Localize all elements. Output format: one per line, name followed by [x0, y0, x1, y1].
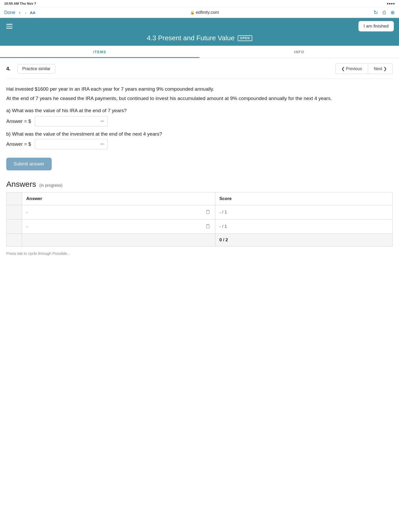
reload-button[interactable]: ↻ — [374, 9, 378, 16]
practice-similar-button[interactable]: Practice similar — [17, 64, 55, 74]
total-blank — [6, 234, 22, 246]
browser-actions: ↻ ⎙ ⊕ — [374, 9, 395, 16]
clipboard-icon-1: 🗒 — [205, 209, 211, 216]
hamburger-menu-button[interactable] — [5, 23, 14, 30]
answers-table: Answer Score - 🗒 - / 1 — [6, 192, 393, 247]
problem-text-2: At the end of 7 years he ceased the IRA … — [6, 95, 393, 102]
answer-a-row: Answer = $ ✏ — [6, 116, 393, 127]
pencil-a-icon: ✏ — [101, 118, 104, 124]
done-button[interactable]: Done — [4, 10, 15, 15]
answers-header: Answers (in progress) — [6, 180, 393, 189]
answer-b-input-wrapper[interactable]: ✏ — [35, 139, 108, 149]
status-time: 10:55 AM Thu Nov 7 — [4, 2, 36, 5]
tab-info[interactable]: INFO — [200, 46, 399, 58]
col-header-answer: Answer — [22, 192, 215, 205]
app-header: I am finished 4.3 Present and Future Val… — [0, 18, 399, 46]
bookmark-button[interactable]: ⊕ — [390, 9, 395, 16]
url-bar: 🔒 edfinity.com — [39, 10, 370, 15]
table-row: - 🗒 - / 1 — [6, 205, 393, 219]
problem-text: Hal invested $1600 per year in an IRA ea… — [6, 85, 393, 103]
divider — [6, 79, 393, 79]
finished-button[interactable]: I am finished — [358, 21, 394, 31]
aa-button[interactable]: AA — [30, 10, 36, 15]
row-1-score: - / 1 — [215, 205, 393, 219]
answer-b-label: Answer = $ — [6, 141, 31, 147]
problem-number: 4. — [6, 66, 11, 72]
answer-b-row: Answer = $ ✏ — [6, 139, 393, 149]
browser-bar: Done ‹ › AA 🔒 edfinity.com ↻ ⎙ ⊕ — [0, 7, 399, 18]
open-badge: OPEN — [238, 35, 252, 41]
part-b-label: b) What was the value of the investment … — [6, 131, 393, 137]
row-2-blank — [6, 219, 22, 234]
status-bar: 10:55 AM Thu Nov 7 ●●●● — [0, 0, 399, 7]
answer-b-input[interactable] — [38, 141, 98, 147]
answers-section: Answers (in progress) Answer Score - 🗒 — [6, 180, 393, 247]
answers-title: Answers — [6, 180, 36, 189]
submit-button[interactable]: Submit answer — [6, 158, 52, 170]
previous-button[interactable]: ❮ Previous — [335, 63, 368, 74]
submit-section: Submit answer — [6, 158, 393, 170]
clipboard-icon-2: 🗒 — [205, 223, 211, 230]
col-header-blank — [6, 192, 22, 205]
main-content: 4. Practice similar ❮ Previous Next ❯ Ha… — [0, 58, 399, 261]
row-2-answer: - 🗒 — [22, 219, 215, 234]
navigation-buttons: ❮ Previous Next ❯ — [335, 63, 393, 74]
col-header-score: Score — [215, 192, 393, 205]
status-indicators: ●●●● — [387, 2, 395, 5]
total-answer-cell — [22, 234, 215, 246]
part-a-label: a) What was the value of his IRA at the … — [6, 108, 393, 114]
row-1-blank — [6, 205, 22, 219]
total-score-cell: 0 / 2 — [215, 234, 393, 246]
tabs-bar: ITEMS INFO — [0, 46, 399, 58]
page-title: 4.3 Present and Future Value OPEN — [147, 34, 252, 42]
lock-icon: 🔒 — [190, 10, 195, 15]
problem-header: 4. Practice similar ❮ Previous Next ❯ — [6, 63, 393, 74]
answers-total-row: 0 / 2 — [6, 234, 393, 246]
url-text: edfinity.com — [196, 10, 219, 15]
footer-hint: Press tab to cycle through Possible... — [6, 251, 393, 256]
answer-a-label: Answer = $ — [6, 118, 31, 124]
next-button[interactable]: Next ❯ — [368, 63, 393, 74]
browser-forward-button[interactable]: › — [24, 10, 27, 15]
hamburger-line-3 — [6, 28, 12, 29]
hamburger-line-2 — [6, 26, 12, 27]
row-2-score: - / 1 — [215, 219, 393, 234]
row-1-answer: - 🗒 — [22, 205, 215, 219]
problem-text-1: Hal invested $1600 per year in an IRA ea… — [6, 85, 393, 93]
answers-subtitle: (in progress) — [39, 183, 63, 188]
answer-a-input-wrapper[interactable]: ✏ — [35, 116, 108, 127]
table-row: - 🗒 - / 1 — [6, 219, 393, 234]
answers-table-header-row: Answer Score — [6, 192, 393, 205]
pencil-b-icon: ✏ — [101, 141, 104, 147]
browser-back-button[interactable]: ‹ — [18, 10, 21, 15]
share-button[interactable]: ⎙ — [383, 10, 386, 16]
tab-items[interactable]: ITEMS — [0, 46, 200, 58]
hamburger-line-1 — [6, 24, 12, 25]
answer-a-input[interactable] — [38, 118, 98, 124]
